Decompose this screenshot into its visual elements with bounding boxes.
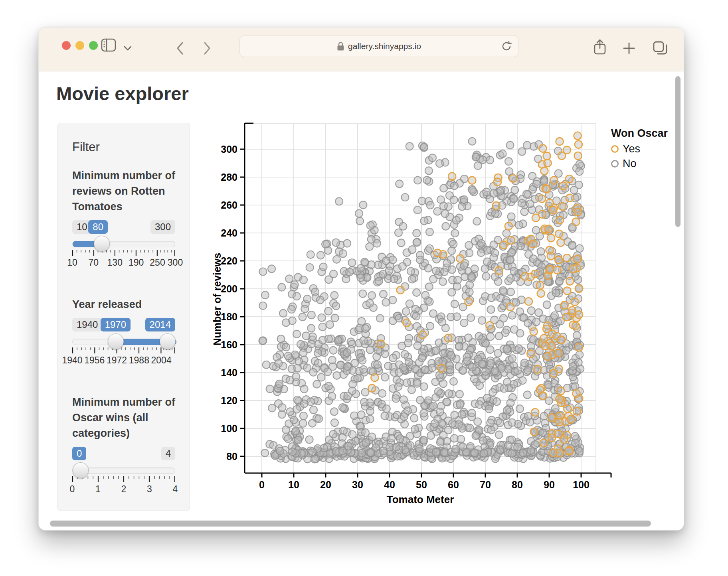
svg-text:60: 60 (448, 479, 459, 490)
svg-text:240: 240 (221, 227, 237, 239)
svg-text:300: 300 (221, 144, 237, 155)
vertical-scrollbar[interactable] (675, 76, 681, 227)
svg-text:280: 280 (221, 172, 237, 183)
svg-text:80: 80 (512, 479, 523, 490)
legend-title: Won Oscar (611, 127, 668, 140)
svg-text:100: 100 (573, 479, 590, 490)
lock-icon (337, 41, 344, 51)
legend-swatch-yes-icon (611, 145, 619, 153)
svg-text:220: 220 (221, 255, 237, 266)
traffic-light-close[interactable] (62, 41, 71, 50)
legend-item-yes: Yes (611, 143, 668, 155)
svg-text:30: 30 (352, 479, 363, 490)
svg-text:10: 10 (288, 479, 299, 490)
forward-icon[interactable] (202, 40, 212, 58)
svg-text:80: 80 (226, 451, 237, 462)
traffic-light-zoom[interactable] (89, 41, 98, 50)
legend-swatch-no-icon (611, 160, 619, 168)
url-bar[interactable]: gallery.shinyapps.io (239, 35, 518, 57)
svg-text:200: 200 (221, 283, 237, 294)
svg-text:0: 0 (259, 479, 265, 490)
legend-item-no: No (611, 158, 668, 170)
scatter-plot[interactable]: 0102030405060708090100801001201401601802… (39, 71, 684, 530)
chart-legend: Won Oscar Yes No (611, 127, 668, 172)
x-axis-title: Tomato Meter (387, 493, 454, 505)
svg-text:90: 90 (544, 479, 555, 490)
svg-text:50: 50 (416, 479, 427, 490)
new-tab-icon[interactable] (623, 42, 635, 56)
svg-text:160: 160 (221, 339, 237, 350)
horizontal-scrollbar-track (39, 517, 684, 530)
y-axis-title: Number of reviews (211, 253, 223, 346)
svg-text:100: 100 (221, 423, 237, 434)
svg-text:20: 20 (320, 479, 331, 490)
svg-text:260: 260 (221, 199, 237, 211)
svg-text:120: 120 (221, 395, 237, 406)
sidebar-toggle-icon[interactable] (101, 38, 116, 53)
traffic-light-minimize[interactable] (75, 41, 84, 50)
toolbar-divider (118, 42, 118, 57)
screenshot-canvas: gallery.shinyapps.io Movie explorer Filt… (0, 0, 728, 576)
svg-text:70: 70 (480, 479, 491, 490)
reload-icon[interactable] (500, 40, 512, 54)
horizontal-scrollbar[interactable] (50, 521, 651, 527)
svg-text:140: 140 (221, 367, 237, 378)
back-icon[interactable] (175, 40, 185, 58)
legend-label-yes: Yes (623, 143, 640, 155)
browser-toolbar: gallery.shinyapps.io (39, 28, 684, 71)
svg-text:180: 180 (221, 311, 237, 322)
url-text: gallery.shinyapps.io (348, 41, 421, 51)
browser-window: gallery.shinyapps.io Movie explorer Filt… (38, 27, 684, 531)
legend-label-no: No (623, 158, 637, 170)
chevron-down-icon[interactable] (123, 45, 132, 53)
svg-text:40: 40 (384, 479, 395, 490)
tab-overview-icon[interactable] (652, 40, 668, 58)
share-icon[interactable] (593, 39, 607, 57)
